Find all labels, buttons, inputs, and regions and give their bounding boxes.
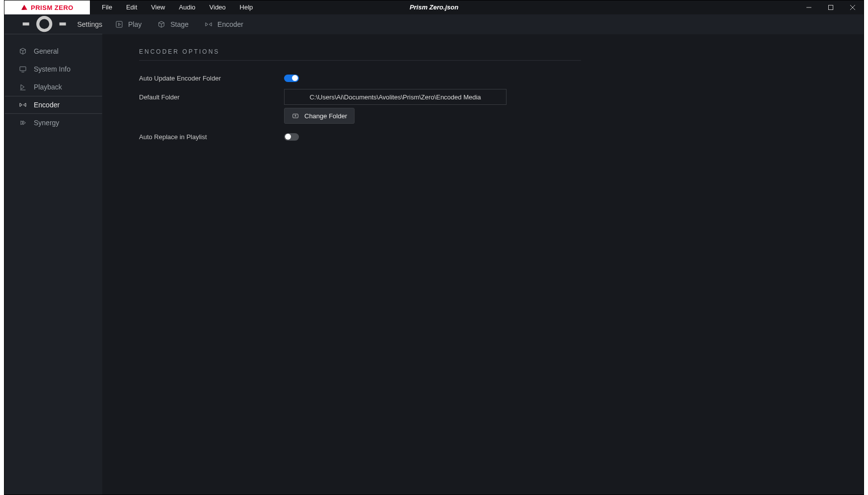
tab-play-label: Play <box>128 20 142 28</box>
svg-rect-9 <box>20 67 26 71</box>
svg-marker-8 <box>119 23 121 25</box>
minimize-button[interactable] <box>798 0 820 14</box>
menu-file[interactable]: File <box>95 0 119 14</box>
view-tabs: Play Stage Encoder <box>102 14 250 34</box>
svg-rect-7 <box>116 21 122 27</box>
encoder-icon <box>205 20 213 28</box>
tab-encoder[interactable]: Encoder <box>198 14 250 34</box>
tab-play[interactable]: Play <box>108 14 148 34</box>
sidebar-item-label: Playback <box>34 83 62 91</box>
settings-label: Settings <box>77 20 102 28</box>
menu-audio[interactable]: Audio <box>172 0 202 14</box>
close-button[interactable] <box>842 0 864 14</box>
default-folder-label: Default Folder <box>139 93 284 101</box>
maximize-button[interactable] <box>820 0 842 14</box>
sidebar-item-label: General <box>34 47 59 55</box>
synergy-icon <box>19 119 27 127</box>
row-auto-update: Auto Update Encoder Folder <box>139 70 581 86</box>
change-folder-label: Change Folder <box>304 112 347 120</box>
settings-header: Settings <box>4 14 102 34</box>
menu-view[interactable]: View <box>144 0 172 14</box>
content-pane: ENCODER OPTIONS Auto Update Encoder Fold… <box>102 34 864 495</box>
menu-edit[interactable]: Edit <box>119 0 144 14</box>
sidebar-item-playback[interactable]: Playback <box>4 78 102 96</box>
svg-point-16 <box>295 115 296 116</box>
app-logo: PRISM ZERO <box>4 0 90 14</box>
folder-icon <box>291 112 299 119</box>
tab-stage[interactable]: Stage <box>150 14 196 34</box>
tab-stage-label: Stage <box>170 20 189 28</box>
row-change-folder: Change Folder <box>139 107 581 124</box>
toolbar: Settings Play Stage Encoder <box>4 14 864 34</box>
cube-icon <box>19 47 27 55</box>
svg-point-6 <box>38 17 51 30</box>
titlebar: PRISM ZERO File Edit View Audio Video He… <box>4 0 864 14</box>
auto-replace-toggle[interactable] <box>284 133 299 141</box>
section-title: ENCODER OPTIONS <box>139 48 581 61</box>
maximize-icon <box>828 4 834 10</box>
sidebar-item-label: Encoder <box>34 101 60 109</box>
window-title: Prism Zero.json <box>410 0 458 14</box>
app-logo-text: PRISM ZERO <box>31 4 73 11</box>
svg-rect-3 <box>829 5 833 10</box>
auto-update-label: Auto Update Encoder Folder <box>139 75 284 82</box>
monitor-icon <box>19 65 27 73</box>
sidebar-item-synergy[interactable]: Synergy <box>4 114 102 132</box>
playback-icon <box>19 83 27 91</box>
cube-icon <box>157 20 165 28</box>
play-icon <box>115 20 123 28</box>
sidebar: General System Info Playback Encoder Syn… <box>4 34 102 495</box>
menu-help[interactable]: Help <box>233 0 260 14</box>
sidebar-item-encoder[interactable]: Encoder <box>4 96 102 114</box>
row-auto-replace: Auto Replace in Playlist <box>139 128 581 145</box>
body: General System Info Playback Encoder Syn… <box>4 34 864 495</box>
auto-update-toggle[interactable] <box>284 75 299 82</box>
app-window: PRISM ZERO File Edit View Audio Video He… <box>4 0 864 495</box>
encoder-form: Auto Update Encoder Folder Default Folde… <box>139 61 581 145</box>
svg-marker-1 <box>21 5 24 10</box>
minimize-icon <box>806 4 812 10</box>
row-default-folder: Default Folder <box>139 88 581 105</box>
svg-marker-11 <box>21 84 24 89</box>
auto-replace-label: Auto Replace in Playlist <box>139 133 284 141</box>
prism-logo-icon <box>21 4 28 11</box>
svg-marker-13 <box>21 121 23 125</box>
menu-bar: File Edit View Audio Video Help <box>90 0 260 14</box>
svg-rect-15 <box>293 114 298 118</box>
sidebar-item-general[interactable]: General <box>4 42 102 60</box>
change-folder-button[interactable]: Change Folder <box>284 108 355 124</box>
tab-encoder-label: Encoder <box>217 20 243 28</box>
default-folder-input[interactable] <box>284 89 506 105</box>
window-controls <box>798 0 864 14</box>
sidebar-item-system-info[interactable]: System Info <box>4 60 102 78</box>
close-icon <box>850 4 856 10</box>
menu-video[interactable]: Video <box>203 0 233 14</box>
encoder-icon <box>19 101 27 109</box>
sidebar-item-label: Synergy <box>34 119 59 127</box>
sidebar-item-label: System Info <box>34 65 71 73</box>
